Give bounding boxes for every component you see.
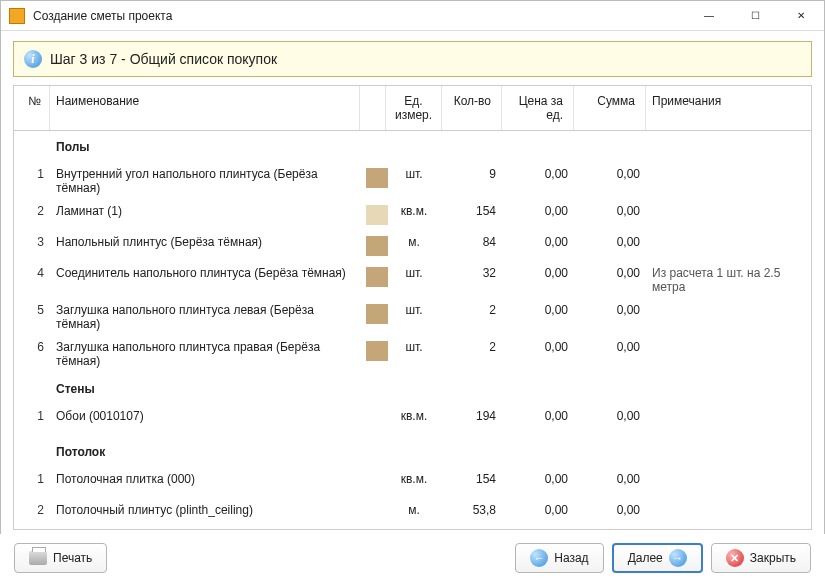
cell-num: 2 xyxy=(14,499,50,521)
cell-sum: 0,00 xyxy=(574,200,646,222)
cell-qty: 154 xyxy=(442,200,502,222)
cell-note xyxy=(646,163,811,171)
cell-unit: шт. xyxy=(386,262,442,284)
cell-swatch xyxy=(360,468,386,498)
cell-price: 0,00 xyxy=(502,299,574,321)
cell-sum: 0,00 xyxy=(574,262,646,284)
cell-num: 2 xyxy=(14,200,50,222)
col-header-unit[interactable]: Ед. измер. xyxy=(386,86,442,130)
cell-swatch xyxy=(360,163,386,193)
cell-price: 0,00 xyxy=(502,499,574,521)
table-row[interactable]: 5Заглушка напольного плинтуса левая (Бер… xyxy=(14,299,811,336)
cell-name: Ламинат (1) xyxy=(50,200,360,222)
cell-price: 0,00 xyxy=(502,336,574,358)
col-header-sum[interactable]: Сумма xyxy=(574,86,646,130)
cell-qty: 2 xyxy=(442,336,502,358)
purchases-table: № Наименование Ед. измер. Кол-во Цена за… xyxy=(13,85,812,530)
cell-name: Заглушка напольного плинтуса левая (Берё… xyxy=(50,299,360,335)
cell-swatch xyxy=(360,336,386,366)
cell-sum: 0,00 xyxy=(574,336,646,358)
table-row[interactable]: 2Потолочный плинтус (plinth_ceiling)м.53… xyxy=(14,499,811,529)
table-row[interactable]: 4Соединитель напольного плинтуса (Берёза… xyxy=(14,262,811,299)
material-swatch xyxy=(366,267,388,287)
close-icon: ✕ xyxy=(726,549,744,567)
cell-sum: 0,00 xyxy=(574,163,646,185)
cell-name: Напольный плинтус (Берёза тёмная) xyxy=(50,231,360,253)
cell-price: 0,00 xyxy=(502,231,574,253)
print-button[interactable]: Печать xyxy=(14,543,107,573)
cell-sum: 0,00 xyxy=(574,299,646,321)
cell-price: 0,00 xyxy=(502,200,574,222)
close-button[interactable]: ✕ Закрыть xyxy=(711,543,811,573)
material-swatch xyxy=(366,168,388,188)
table-row[interactable]: 2Ламинат (1)кв.м.1540,000,00 xyxy=(14,200,811,231)
cell-qty: 53,8 xyxy=(442,499,502,521)
cell-qty: 84 xyxy=(442,231,502,253)
col-header-qty[interactable]: Кол-во xyxy=(442,86,502,130)
material-swatch xyxy=(366,504,388,524)
cell-note: Из расчета 1 шт. на 2.5 метра xyxy=(646,262,811,298)
arrow-right-icon: → xyxy=(669,549,687,567)
cell-qty: 154 xyxy=(442,468,502,490)
step-label: Шаг 3 из 7 - Общий список покупок xyxy=(50,51,277,67)
back-button[interactable]: ← Назад xyxy=(515,543,603,573)
col-header-swatch xyxy=(360,86,386,130)
col-header-name[interactable]: Наименование xyxy=(50,86,360,130)
cell-note xyxy=(646,499,811,507)
cell-note xyxy=(646,200,811,208)
cell-name: Соединитель напольного плинтуса (Берёза … xyxy=(50,262,360,284)
col-header-num[interactable]: № xyxy=(14,86,50,130)
cell-note xyxy=(646,231,811,239)
next-label: Далее xyxy=(628,551,663,565)
table-row[interactable]: 1Обои (0010107)кв.м.1940,000,00 xyxy=(14,405,811,436)
cell-sum: 0,00 xyxy=(574,231,646,253)
cell-qty: 32 xyxy=(442,262,502,284)
cell-swatch xyxy=(360,262,386,292)
cell-num: 1 xyxy=(14,468,50,490)
cell-unit: кв.м. xyxy=(386,405,442,427)
cell-price: 0,00 xyxy=(502,163,574,185)
close-window-button[interactable]: ✕ xyxy=(778,1,824,31)
cell-price: 0,00 xyxy=(502,405,574,427)
group-header[interactable]: Полы xyxy=(14,131,811,163)
cell-num: 5 xyxy=(14,299,50,321)
cell-sum: 0,00 xyxy=(574,468,646,490)
table-row[interactable]: 1Внутренний угол напольного плинтуса (Бе… xyxy=(14,163,811,200)
cell-qty: 194 xyxy=(442,405,502,427)
cell-swatch xyxy=(360,231,386,261)
cell-note xyxy=(646,405,811,413)
close-label: Закрыть xyxy=(750,551,796,565)
arrow-left-icon: ← xyxy=(530,549,548,567)
cell-swatch xyxy=(360,299,386,329)
cell-unit: м. xyxy=(386,499,442,521)
footer: Печать ← Назад Далее → ✕ Закрыть xyxy=(0,534,825,582)
cell-price: 0,00 xyxy=(502,468,574,490)
cell-unit: шт. xyxy=(386,163,442,185)
table-body[interactable]: Полы1Внутренний угол напольного плинтуса… xyxy=(14,131,811,529)
cell-num: 6 xyxy=(14,336,50,358)
group-header[interactable]: Стены xyxy=(14,373,811,405)
back-label: Назад xyxy=(554,551,588,565)
table-row[interactable]: 6Заглушка напольного плинтуса правая (Бе… xyxy=(14,336,811,373)
next-button[interactable]: Далее → xyxy=(612,543,703,573)
step-banner: i Шаг 3 из 7 - Общий список покупок xyxy=(13,41,812,77)
maximize-button[interactable]: ☐ xyxy=(732,1,778,31)
material-swatch xyxy=(366,236,388,256)
material-swatch xyxy=(366,205,388,225)
minimize-button[interactable]: — xyxy=(686,1,732,31)
cell-num: 1 xyxy=(14,405,50,427)
col-header-note[interactable]: Примечания xyxy=(646,86,811,130)
table-row[interactable]: 3Напольный плинтус (Берёза тёмная)м.840,… xyxy=(14,231,811,262)
cell-unit: шт. xyxy=(386,336,442,358)
table-row[interactable]: 1Потолочная плитка (000)кв.м.1540,000,00 xyxy=(14,468,811,499)
cell-note xyxy=(646,299,811,307)
col-header-price[interactable]: Цена за ед. xyxy=(502,86,574,130)
cell-name: Потолочная плитка (000) xyxy=(50,468,360,490)
cell-name: Внутренний угол напольного плинтуса (Бер… xyxy=(50,163,360,199)
group-header[interactable]: Потолок xyxy=(14,436,811,468)
cell-sum: 0,00 xyxy=(574,499,646,521)
cell-num: 4 xyxy=(14,262,50,284)
window-title: Создание сметы проекта xyxy=(33,9,172,23)
cell-unit: м. xyxy=(386,231,442,253)
cell-swatch xyxy=(360,200,386,230)
